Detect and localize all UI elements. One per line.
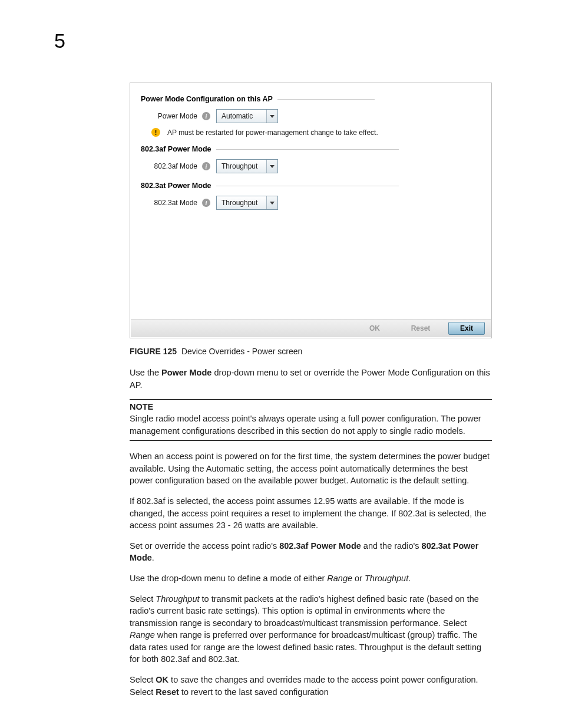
at-mode-label: 802.3at Mode [151, 199, 197, 207]
power-mode-label: Power Mode [151, 112, 197, 120]
section-title: 802.3at Power Mode [141, 182, 211, 190]
reset-button[interactable]: Reset [402, 322, 439, 335]
chevron-down-icon[interactable] [266, 160, 277, 173]
button-bar: OK Reset Exit [131, 319, 491, 337]
section-802-3at: 802.3at Power Mode 802.3at Mode i Throug… [141, 182, 481, 210]
paragraph: Use the drop-down menu to define a mode … [130, 572, 492, 585]
note-body: Single radio model access point's always… [130, 413, 492, 437]
paragraph: Use the Power Mode drop-down menu to set… [130, 367, 492, 391]
power-mode-dropdown[interactable]: Automatic [216, 109, 278, 123]
section-title: 802.3af Power Mode [141, 145, 211, 153]
divider [277, 99, 375, 100]
af-mode-label: 802.3af Mode [151, 162, 197, 170]
figure-caption-text: Device Overrides - Power screen [181, 347, 302, 356]
restart-warning: ! AP must be restarted for power-managem… [141, 128, 481, 137]
info-icon[interactable]: i [202, 162, 210, 170]
dropdown-value: Automatic [217, 110, 266, 123]
paragraph: When an access point is powered on for t… [130, 450, 492, 487]
section-802-3af: 802.3af Power Mode 802.3af Mode i Throug… [141, 145, 481, 173]
at-mode-dropdown[interactable]: Throughput [216, 196, 278, 210]
chevron-down-icon[interactable] [266, 110, 277, 123]
chevron-down-icon[interactable] [266, 196, 277, 209]
note-block: NOTE Single radio model access point's a… [130, 399, 492, 441]
divider [216, 186, 399, 186]
section-title: Power Mode Configuration on this AP [141, 95, 273, 103]
paragraph: Select Throughput to transmit packets at… [130, 593, 492, 666]
info-icon[interactable]: i [202, 199, 210, 207]
svg-marker-1 [270, 165, 275, 168]
warning-text: AP must be restarted for power-managemen… [167, 129, 378, 137]
note-title: NOTE [130, 402, 492, 411]
info-icon[interactable]: i [202, 112, 210, 120]
figure-caption: FIGURE 125 Device Overrides - Power scre… [130, 347, 492, 356]
ok-button[interactable]: OK [356, 322, 393, 335]
section-power-mode-config: Power Mode Configuration on this AP Powe… [141, 95, 481, 137]
paragraph: Set or override the access point radio's… [130, 540, 492, 564]
paragraph: Select OK to save the changes and overri… [130, 674, 492, 698]
divider [216, 149, 399, 150]
chapter-number: 5 [54, 29, 65, 52]
dropdown-value: Throughput [217, 196, 266, 209]
exit-button[interactable]: Exit [448, 322, 485, 335]
dropdown-value: Throughput [217, 160, 266, 173]
power-config-panel: Power Mode Configuration on this AP Powe… [130, 83, 492, 338]
svg-marker-2 [270, 202, 275, 205]
af-mode-dropdown[interactable]: Throughput [216, 159, 278, 173]
svg-marker-0 [270, 115, 275, 118]
paragraph: If 802.3af is selected, the access point… [130, 495, 492, 532]
figure-label: FIGURE 125 [130, 347, 177, 356]
warning-icon: ! [151, 128, 160, 137]
